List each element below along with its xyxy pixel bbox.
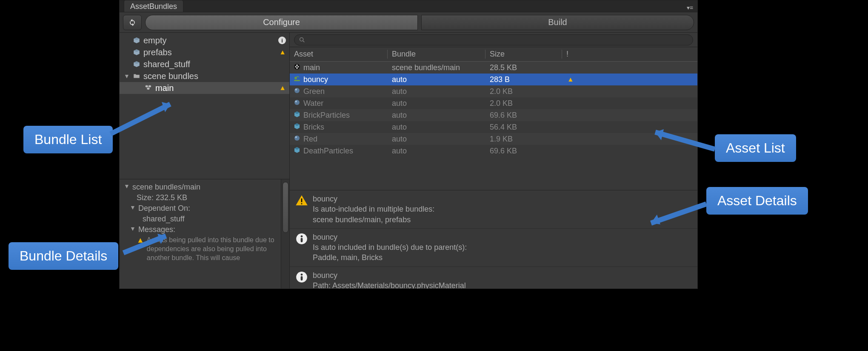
bundle-name: prefabs: [143, 48, 277, 57]
asset-size: 1.9 KB: [485, 135, 562, 144]
foldout-icon[interactable]: ▼: [124, 73, 130, 79]
toolbar: Configure Build: [120, 12, 697, 33]
bundle-tree-row[interactable]: ▼scene bundles: [120, 70, 289, 82]
callout-asset-list: Asset List: [715, 134, 796, 162]
svg-rect-11: [301, 198, 303, 202]
foldout-icon[interactable]: ▼: [124, 183, 130, 190]
tab-configure[interactable]: Configure: [145, 15, 418, 30]
callout-asset-details: Asset Details: [706, 187, 808, 215]
mat-icon: [293, 87, 301, 96]
asset-list[interactable]: mainscene bundles/main28.5 KBbouncyauto2…: [290, 62, 697, 190]
asset-message[interactable]: bouncyIs auto included in bundle(s) due …: [290, 229, 697, 267]
header-warn[interactable]: !: [562, 50, 579, 59]
bundle-name: main: [155, 83, 277, 93]
refresh-icon: [128, 18, 137, 27]
svg-point-8: [295, 100, 297, 102]
bundle-detail-title: scene bundles/main: [132, 183, 200, 192]
asset-name: Red: [303, 135, 317, 144]
bundle-detail-size: Size: 232.5 KB: [137, 193, 187, 202]
asset-size: 283 B: [485, 75, 562, 84]
warning-icon: ▲: [279, 84, 286, 92]
svg-line-1: [303, 41, 304, 42]
arrow-icon: [106, 98, 191, 140]
asset-size: 56.4 KB: [485, 123, 562, 132]
search-row: [290, 33, 697, 47]
svg-point-5: [294, 88, 300, 93]
right-column: Asset Bundle Size ! mainscene bundles/ma…: [290, 33, 697, 289]
svg-rect-3: [294, 80, 300, 81]
asset-row[interactable]: Redauto1.9 KB: [290, 133, 697, 145]
tab-build[interactable]: Build: [421, 15, 694, 30]
svg-point-14: [301, 235, 303, 238]
asset-row[interactable]: mainscene bundles/main28.5 KB: [290, 62, 697, 74]
bundle-detail-dependent-label: Dependent On:: [138, 204, 190, 213]
mat-icon: [293, 134, 301, 144]
arrow-icon: [119, 229, 179, 259]
arrow-icon: [642, 126, 719, 160]
asset-row[interactable]: DeathParticlesauto69.6 KB: [290, 145, 697, 157]
callout-bundle-details: Bundle Details: [9, 242, 118, 270]
bundle-tree-row[interactable]: shared_stuff: [120, 58, 289, 70]
bundle-tree-row[interactable]: main▲: [120, 82, 289, 94]
window-menu-icon[interactable]: ▾≡: [682, 3, 697, 12]
asset-size: 69.6 KB: [485, 111, 562, 120]
asset-row[interactable]: Bricksauto56.4 KB: [290, 121, 697, 133]
asset-name: DeathParticles: [303, 147, 353, 156]
svg-point-9: [294, 136, 300, 141]
bundle-tree-row[interactable]: emptyi: [120, 34, 289, 46]
bundle-tree-row[interactable]: prefabs▲: [120, 46, 289, 58]
bundle-name: empty: [143, 36, 276, 45]
box-icon: [132, 60, 141, 68]
asset-message[interactable]: bouncyIs auto-included in multiple bundl…: [290, 190, 697, 229]
asset-row[interactable]: bouncyauto283 B▲: [290, 74, 697, 85]
bundle-name: scene bundles: [143, 71, 283, 81]
asset-size: 2.0 KB: [485, 99, 562, 108]
refresh-button[interactable]: [123, 15, 142, 30]
bundle-detail-scrollbar[interactable]: [281, 179, 289, 289]
bundle-name: shared_stuff: [143, 59, 283, 69]
warning-icon: ▲: [279, 48, 286, 56]
message-text: bouncyPath: Assets/Materials/bouncy.phys…: [313, 270, 466, 289]
search-icon: [299, 37, 306, 43]
asset-bundle: auto: [388, 135, 485, 144]
cubes-icon: [144, 84, 153, 92]
asset-name: BrickParticles: [303, 111, 350, 120]
header-size[interactable]: Size: [485, 50, 562, 59]
asset-bundle: auto: [388, 111, 485, 120]
asset-size: 69.6 KB: [485, 147, 562, 156]
asset-bundle: auto: [388, 87, 485, 96]
prefab-icon: [293, 110, 301, 120]
asset-row[interactable]: Greenauto2.0 KB: [290, 85, 697, 97]
asset-row[interactable]: BrickParticlesauto69.6 KB: [290, 109, 697, 121]
svg-line-23: [655, 132, 715, 149]
asset-name: bouncy: [303, 75, 328, 84]
asset-detail-panel: bouncyIs auto-included in multiple bundl…: [290, 190, 697, 289]
window-tab-assetbundles[interactable]: AssetBundles: [124, 0, 183, 12]
header-bundle[interactable]: Bundle: [388, 50, 485, 59]
search-input[interactable]: [294, 34, 693, 45]
prefab-icon: [293, 122, 301, 132]
info-icon: [295, 270, 308, 284]
asset-message[interactable]: bouncyPath: Assets/Materials/bouncy.phys…: [290, 267, 697, 289]
asset-name: Bricks: [303, 123, 324, 132]
svg-point-17: [301, 274, 303, 276]
header-asset[interactable]: Asset: [290, 50, 388, 59]
asset-size: 28.5 KB: [485, 63, 562, 72]
asset-bundle: auto: [388, 147, 485, 156]
info-icon: [295, 232, 308, 246]
asset-name: Green: [303, 87, 325, 96]
scrollbar-thumb[interactable]: [283, 182, 288, 233]
svg-rect-18: [301, 276, 303, 280]
box-icon: [132, 36, 141, 45]
asset-row[interactable]: Waterauto2.0 KB: [290, 97, 697, 109]
asset-bundle: auto: [388, 123, 485, 132]
svg-rect-12: [301, 203, 303, 204]
svg-point-6: [295, 88, 297, 91]
asset-name: Water: [303, 99, 323, 108]
svg-point-0: [300, 37, 303, 41]
bundle-detail-dependent-item: shared_stuff: [143, 215, 185, 224]
unity-icon: [293, 63, 301, 73]
folder-icon: [132, 72, 141, 80]
foldout-icon[interactable]: ▼: [130, 204, 136, 211]
svg-point-10: [295, 136, 297, 138]
